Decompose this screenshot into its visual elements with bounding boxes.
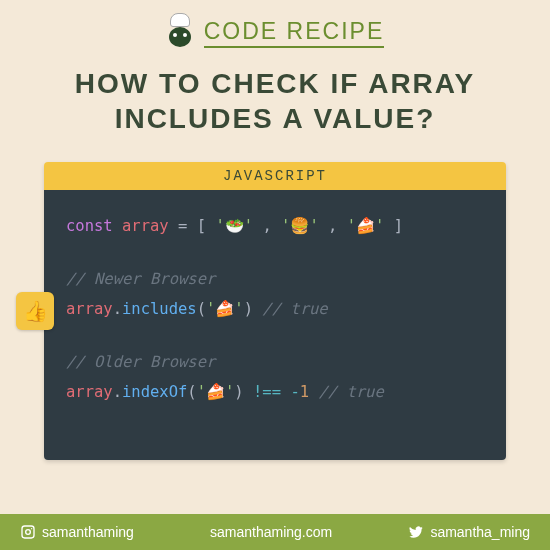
title-line-2: INCLUDES A VALUE? — [115, 103, 436, 134]
brand-header: CODE RECIPE — [0, 0, 550, 48]
code-line-includes: array.includes('🍰') // true — [66, 295, 484, 324]
footer-website[interactable]: samanthaming.com — [210, 524, 332, 540]
website-url: samanthaming.com — [210, 524, 332, 540]
code-line-indexof: array.indexOf('🍰') !== -1 // true — [66, 378, 484, 407]
chef-avatar-icon — [166, 19, 194, 47]
code-body: const array = [ '🥗' , '🍔' , '🍰' ] // New… — [44, 190, 506, 460]
instagram-icon — [20, 524, 36, 540]
page-title: HOW TO CHECK IF ARRAY INCLUDES A VALUE? — [0, 66, 550, 136]
footer: samanthaming samanthaming.com samantha_m… — [0, 514, 550, 550]
footer-twitter[interactable]: samantha_ming — [408, 524, 530, 540]
thumbs-up-icon: 👍 — [16, 292, 54, 330]
code-block: JAVASCRIPT 👍 const array = [ '🥗' , '🍔' ,… — [44, 162, 506, 460]
instagram-handle: samanthaming — [42, 524, 134, 540]
code-line-decl: const array = [ '🥗' , '🍔' , '🍰' ] — [66, 212, 484, 241]
code-section-newer: // Newer Browser array.includes('🍰') // … — [66, 265, 484, 324]
twitter-icon — [408, 524, 424, 540]
footer-instagram[interactable]: samanthaming — [20, 524, 134, 540]
twitter-handle: samantha_ming — [430, 524, 530, 540]
brand-title: CODE RECIPE — [204, 18, 384, 48]
comment-older: // Older Browser — [66, 348, 484, 377]
comment-newer: // Newer Browser — [66, 265, 484, 294]
title-line-1: HOW TO CHECK IF ARRAY — [75, 68, 475, 99]
code-section-older: // Older Browser array.indexOf('🍰') !== … — [66, 348, 484, 407]
code-lang-label: JAVASCRIPT — [44, 162, 506, 190]
